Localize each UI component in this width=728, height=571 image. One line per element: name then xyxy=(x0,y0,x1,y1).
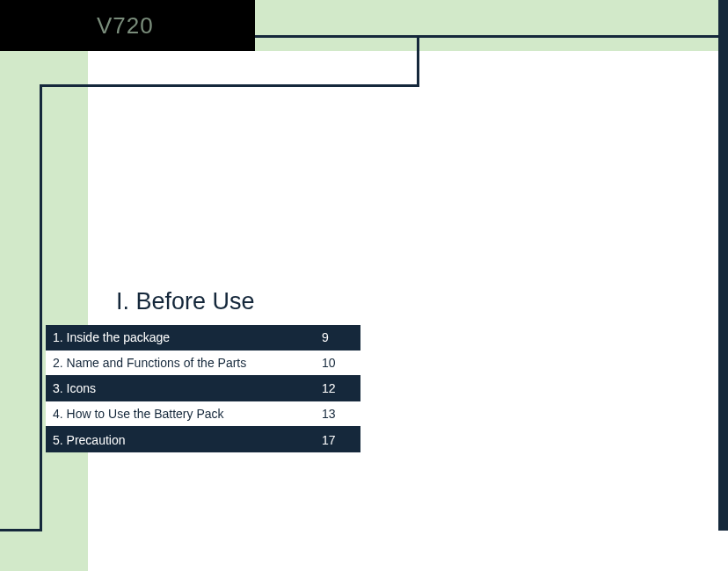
toc-title: 4. How to Use the Battery Pack xyxy=(46,407,317,421)
rule-left-stub xyxy=(0,529,42,531)
section-heading: I. Before Use xyxy=(116,288,255,315)
toc-title: 1. Inside the package xyxy=(46,330,317,344)
toc-title: 2. Name and Functions of the Parts xyxy=(46,356,317,370)
rule-left-vert xyxy=(40,84,42,531)
model-label: V720 xyxy=(97,12,154,40)
toc-row: 5. Precaution 17 xyxy=(46,427,360,452)
header-bar: V720 xyxy=(0,0,255,51)
toc-row: 1. Inside the package 9 xyxy=(46,325,360,351)
toc-title: 5. Precaution xyxy=(46,433,317,447)
toc-table: 1. Inside the package 9 2. Name and Func… xyxy=(46,325,360,452)
toc-page: 17 xyxy=(317,433,360,447)
toc-title: 3. Icons xyxy=(46,381,317,395)
rule-bracket-horiz xyxy=(40,84,419,87)
rule-bracket-vert xyxy=(417,35,419,86)
right-edge-tab xyxy=(718,0,728,531)
toc-page: 12 xyxy=(317,381,360,395)
rule-top xyxy=(255,35,728,38)
toc-page: 10 xyxy=(317,356,360,370)
toc-page: 9 xyxy=(317,330,360,344)
toc-row: 2. Name and Functions of the Parts 10 xyxy=(46,351,360,376)
toc-page: 13 xyxy=(317,407,360,421)
toc-row: 3. Icons 12 xyxy=(46,376,360,401)
toc-row: 4. How to Use the Battery Pack 13 xyxy=(46,401,360,427)
